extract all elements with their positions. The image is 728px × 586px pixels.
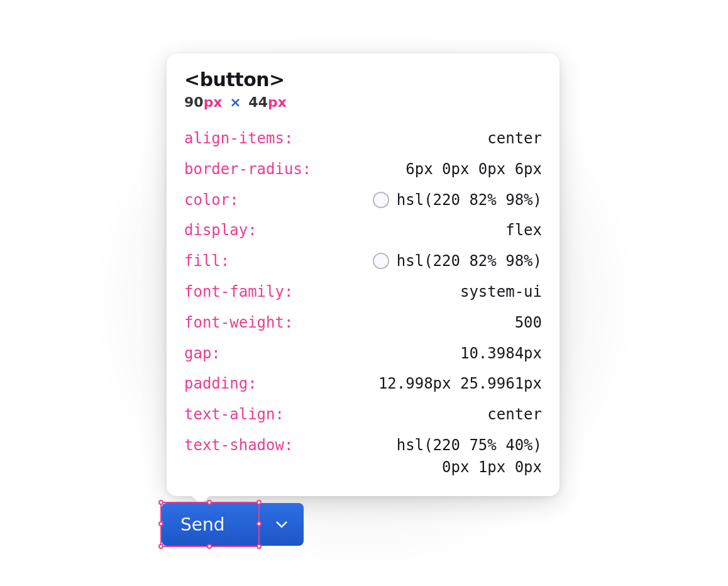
- color-swatch-icon: [373, 192, 389, 208]
- dimension-height-unit: px: [268, 94, 287, 110]
- prop-value-text: hsl(220 75% 40%) 0px 1px 0px: [397, 434, 542, 478]
- prop-row: gap: 10.3984px: [184, 343, 542, 365]
- prop-value: hsl(220 82% 98%): [242, 250, 542, 272]
- element-tag: <button>: [184, 69, 542, 91]
- prop-value: flex: [270, 219, 542, 241]
- prop-value-text: center: [487, 128, 542, 150]
- prop-value: center: [297, 404, 542, 426]
- prop-row: text-shadow: hsl(220 75% 40%) 0px 1px 0p…: [184, 434, 542, 478]
- prop-name: display:: [184, 219, 257, 241]
- prop-name: text-shadow:: [184, 434, 293, 456]
- dimension-times: ×: [229, 94, 241, 110]
- prop-row: display: flex: [184, 219, 542, 241]
- prop-name: border-radius:: [184, 158, 311, 180]
- prop-row: align-items: center: [184, 128, 542, 150]
- send-dropdown-button[interactable]: [258, 503, 304, 546]
- prop-row: border-radius: 6px 0px 0px 6px: [184, 158, 542, 180]
- split-button-group: Send: [162, 503, 304, 546]
- css-properties-list: align-items: center border-radius: 6px 0…: [184, 128, 542, 478]
- prop-row: font-weight: 500: [184, 312, 542, 334]
- prop-value-text: 12.998px 25.9961px: [378, 373, 542, 395]
- prop-value-text: hsl(220 82% 98%): [397, 250, 542, 272]
- prop-name: color:: [184, 189, 239, 211]
- prop-value-text: 6px 0px 0px 6px: [405, 158, 542, 180]
- prop-value: center: [306, 128, 542, 150]
- prop-value-text: center: [487, 404, 542, 426]
- prop-row: color: hsl(220 82% 98%): [184, 189, 542, 211]
- prop-value: hsl(220 82% 98%): [251, 189, 542, 211]
- prop-value-text: system-ui: [460, 281, 542, 303]
- prop-value: system-ui: [306, 281, 542, 303]
- prop-value: 12.998px 25.9961px: [270, 373, 542, 395]
- prop-row: font-family: system-ui: [184, 281, 542, 303]
- prop-value: 10.3984px: [233, 343, 542, 365]
- dimension-width-unit: px: [204, 94, 223, 110]
- prop-name: padding:: [184, 373, 257, 395]
- prop-name: font-family:: [184, 281, 293, 303]
- prop-row: fill: hsl(220 82% 98%): [184, 250, 542, 272]
- prop-name: fill:: [184, 250, 229, 272]
- dimension-height: 44: [248, 94, 268, 110]
- prop-value: 6px 0px 0px 6px: [324, 158, 542, 180]
- prop-name: text-align:: [184, 404, 284, 426]
- dimension-width: 90: [184, 94, 204, 110]
- chevron-down-icon: [275, 521, 288, 528]
- prop-value-text: 500: [515, 312, 542, 334]
- prop-value-text: 10.3984px: [460, 343, 542, 365]
- send-button[interactable]: Send: [162, 503, 258, 546]
- css-inspector-tooltip: <button> 90px × 44px align-items: center…: [167, 53, 560, 496]
- color-swatch-icon: [373, 253, 389, 269]
- prop-name: align-items:: [184, 128, 293, 150]
- prop-value-text: flex: [505, 219, 542, 241]
- prop-value: hsl(220 75% 40%) 0px 1px 0px: [306, 434, 542, 478]
- element-dimensions: 90px × 44px: [184, 94, 542, 110]
- prop-value-text: hsl(220 82% 98%): [397, 189, 542, 211]
- prop-value: 500: [306, 312, 542, 334]
- prop-row: padding: 12.998px 25.9961px: [184, 373, 542, 395]
- prop-row: text-align: center: [184, 404, 542, 426]
- prop-name: gap:: [184, 343, 221, 365]
- send-button-label: Send: [180, 514, 225, 535]
- prop-name: font-weight:: [184, 312, 293, 334]
